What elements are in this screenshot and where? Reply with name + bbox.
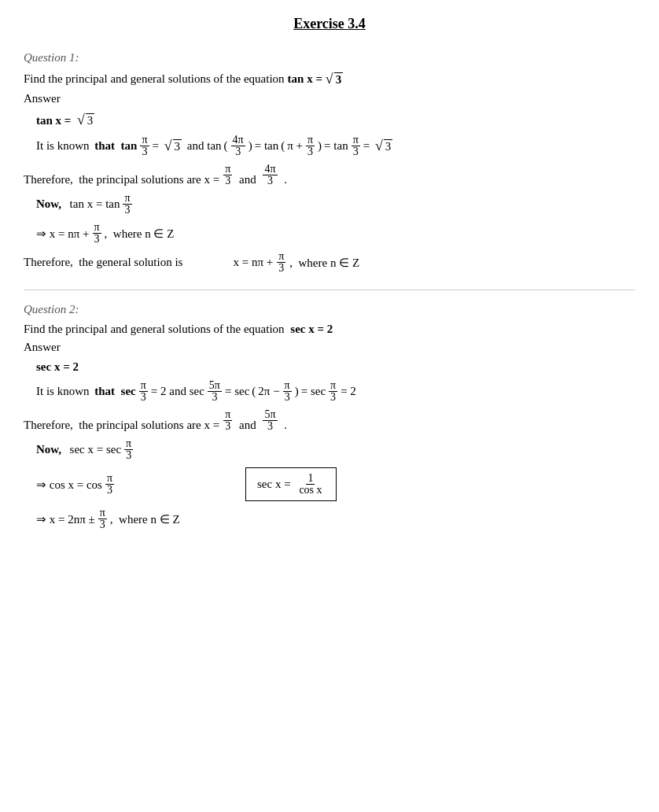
q1-eq-display: tan x = √ 3 xyxy=(36,112,635,128)
q1-equation: tan x = √ 3 xyxy=(288,71,344,87)
q2-now: Now, sec x = sec π3 xyxy=(36,438,635,461)
q1-known-line: It is known that tan π3 = √3 and tan ( 4… xyxy=(36,135,635,157)
q1-sqrt3: √ 3 xyxy=(326,71,343,87)
q1-now: Now, tan x = tan π3 xyxy=(36,193,635,216)
q2-principal: Therefore, the principal solutions are x… xyxy=(24,409,635,432)
q1-implies: ⇒ x = nπ + π3 , where n ∈ Z xyxy=(36,222,635,245)
q2-equation: sec x = 2 xyxy=(288,323,333,336)
q1-general: Therefore, the general solution is x = n… xyxy=(24,251,635,274)
q2-answer-label: Answer xyxy=(24,341,635,354)
q2-implies-cos: ⇒ cos x = cos π3 sec x = 1 cos x xyxy=(36,467,635,501)
q1-principal: Therefore, the principal solutions are x… xyxy=(24,164,635,186)
q2-implies-final: ⇒ x = 2nπ ± π3 , where n ∈ Z xyxy=(36,507,635,530)
divider-1 xyxy=(24,290,635,290)
question-2-text: Find the principal and general solutions… xyxy=(24,323,635,336)
question-1-label: Question 1: xyxy=(24,51,635,65)
question-1-text: Find the principal and general solutions… xyxy=(24,71,635,87)
q1-find-text: Find the principal and general solutions… xyxy=(24,72,285,86)
q2-eq-display: sec x = 2 xyxy=(36,360,635,374)
question-2-label: Question 2: xyxy=(24,303,635,316)
q2-find-text: Find the principal and general solutions… xyxy=(24,323,285,336)
question-1-section: Question 1: Find the principal and gener… xyxy=(24,51,635,274)
q1-answer-label: Answer xyxy=(24,92,635,105)
question-2-section: Question 2: Find the principal and gener… xyxy=(24,303,635,530)
page-title: Exercise 3.4 xyxy=(24,16,635,32)
q2-known-line: It is known that sec π3 = 2 and sec 5π3 … xyxy=(36,380,635,403)
sec-identity-box: sec x = 1 cos x xyxy=(245,467,337,501)
